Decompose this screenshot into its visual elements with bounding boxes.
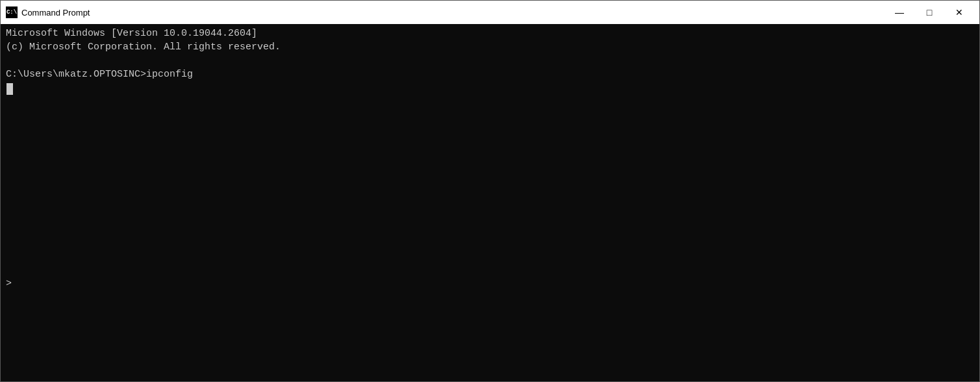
bottom-partial: > [6, 277, 12, 290]
window-controls: — □ ✕ [885, 1, 974, 24]
partial-left-char [6, 83, 13, 96]
close-button[interactable]: ✕ [944, 1, 974, 24]
output-line2: (c) Microsoft Corporation. All rights re… [6, 42, 281, 53]
bottom-char: > [6, 278, 12, 289]
terminal-body[interactable]: Microsoft Windows [Version 10.0.19044.26… [1, 24, 979, 381]
output-line4: C:\Users\mkatz.OPTOSINC>ipconfig [6, 69, 193, 80]
minimize-button[interactable]: — [885, 1, 914, 24]
output-line1: Microsoft Windows [Version 10.0.19044.26… [6, 28, 257, 39]
cmd-app-icon: C:\ [6, 6, 18, 18]
window-title: Command Prompt [21, 8, 90, 18]
cmd-window: C:\ Command Prompt — □ ✕ Microsoft Windo… [0, 0, 980, 382]
cursor-block [6, 83, 13, 95]
title-bar-left: C:\ Command Prompt [6, 6, 90, 18]
maximize-button[interactable]: □ [914, 1, 944, 24]
title-bar: C:\ Command Prompt — □ ✕ [1, 1, 979, 24]
terminal-output: Microsoft Windows [Version 10.0.19044.26… [6, 27, 974, 81]
cursor-line [6, 83, 974, 96]
